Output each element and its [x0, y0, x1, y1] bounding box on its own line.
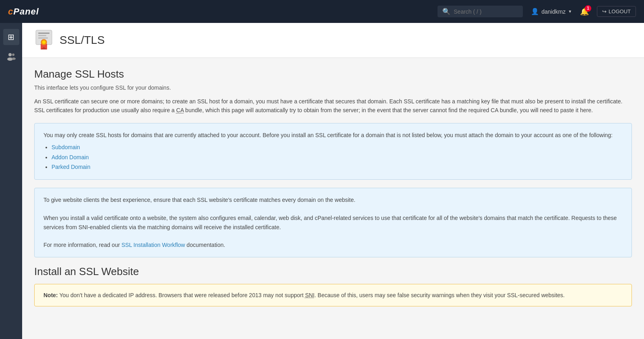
- addon-domain-link[interactable]: Addon Domain: [52, 154, 89, 160]
- svg-point-3: [12, 58, 16, 60]
- brand-logo: cPanel: [8, 6, 39, 17]
- navbar: cPanel 🔍 👤 danidkmz ▼ 🔔 1 ↪ LOGOUT: [0, 0, 644, 23]
- parked-domain-link[interactable]: Parked Domain: [52, 164, 91, 170]
- svg-point-2: [12, 53, 14, 56]
- logout-label: LOGOUT: [609, 8, 631, 14]
- chevron-down-icon: ▼: [568, 9, 572, 14]
- search-bar[interactable]: 🔍: [438, 6, 523, 17]
- navbar-right: 🔍 👤 danidkmz ▼ 🔔 1 ↪ LOGOUT: [438, 6, 636, 17]
- page-title: SSL/TLS: [60, 34, 105, 47]
- manage-ssl-desc: This interface lets you configure SSL fo…: [34, 84, 632, 91]
- search-input[interactable]: [454, 8, 518, 15]
- grid-icon: ⊞: [8, 32, 14, 42]
- username-label: danidkmz: [541, 8, 566, 15]
- sidebar-item-users[interactable]: [3, 49, 19, 65]
- svg-point-11: [42, 41, 45, 44]
- info-box-domains: You may only create SSL hosts for domain…: [34, 123, 632, 180]
- user-menu[interactable]: 👤 danidkmz ▼: [531, 8, 572, 15]
- info-box-1-text: You may only create SSL hosts for domain…: [43, 132, 613, 138]
- notifications-button[interactable]: 🔔 1: [580, 7, 589, 16]
- install-ssl-heading: Install an SSL Website: [34, 265, 632, 278]
- content-area: Manage SSL Hosts This interface lets you…: [22, 58, 644, 325]
- notification-badge: 1: [585, 5, 591, 12]
- user-icon: 👤: [531, 8, 539, 15]
- main-content: SSL/TLS Manage SSL Hosts This interface …: [22, 23, 644, 339]
- subdomain-link[interactable]: Subdomain: [52, 144, 80, 150]
- domain-type-list: Subdomain Addon Domain Parked Domain: [52, 143, 623, 171]
- svg-rect-6: [38, 35, 46, 36]
- warning-box-ip: Note: You don't have a dedicated IP addr…: [34, 284, 632, 306]
- svg-rect-5: [38, 33, 50, 34]
- search-icon: 🔍: [442, 8, 450, 15]
- manage-ssl-heading: Manage SSL Hosts: [34, 68, 632, 80]
- users-icon: [7, 52, 16, 63]
- ssl-info-line2: When you install a valid certificate ont…: [43, 214, 623, 232]
- ssl-info-line3: For more information, read our SSL Insta…: [43, 240, 623, 249]
- logout-button[interactable]: ↪ LOGOUT: [597, 6, 636, 17]
- ssl-info-line1: To give website clients the best experie…: [43, 195, 623, 204]
- info-box-ssl-info: To give website clients the best experie…: [34, 188, 632, 257]
- svg-rect-7: [38, 37, 48, 39]
- body-text-main: An SSL certificate can secure one or mor…: [34, 97, 632, 115]
- page-icon: [34, 29, 54, 51]
- warning-label: Note:: [43, 292, 58, 298]
- sidebar: ⊞: [0, 23, 22, 339]
- svg-point-0: [8, 53, 12, 56]
- sidebar-item-grid[interactable]: ⊞: [3, 29, 19, 45]
- app-layout: ⊞: [0, 23, 644, 339]
- ssl-workflow-link[interactable]: SSL Installation Workflow: [122, 242, 185, 248]
- logout-icon: ↪: [602, 8, 607, 14]
- page-header: SSL/TLS: [22, 23, 644, 58]
- warning-text: You don't have a dedicated IP address. B…: [59, 292, 565, 298]
